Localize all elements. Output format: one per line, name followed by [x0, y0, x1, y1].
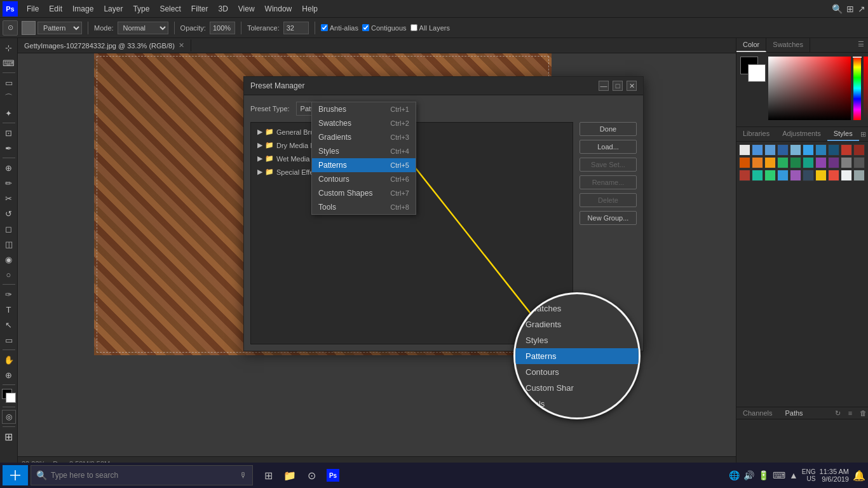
mag-item-tools[interactable]: Tools — [515, 396, 639, 412]
mag-item-custom-shapes[interactable]: Custom Shar — [515, 380, 639, 396]
rectangular-marquee-tool[interactable]: ▭ — [2, 76, 16, 90]
mag-item-patterns[interactable]: Patterns — [515, 348, 639, 364]
screen-mode-tool[interactable]: ⊞ — [2, 430, 16, 444]
menu-help[interactable]: Help — [297, 3, 323, 15]
crop-tool[interactable]: ⊡ — [2, 126, 16, 140]
pattern-dropdown[interactable]: Pattern — [37, 22, 82, 34]
paths-delete-icon[interactable]: 🗑 — [858, 408, 868, 418]
mode-dropdown[interactable]: Normal — [118, 22, 168, 34]
menu-type[interactable]: Type — [128, 3, 154, 15]
dropdown-item-brushes[interactable]: Brushes Ctrl+1 — [312, 102, 416, 116]
menu-image[interactable]: Image — [67, 3, 98, 15]
taskbar-keyboard-icon[interactable]: ⌨ — [773, 470, 785, 480]
opacity-input[interactable] — [210, 22, 235, 34]
paths-list-icon[interactable]: ≡ — [845, 408, 855, 418]
style-swatch[interactable] — [764, 170, 776, 181]
blur-tool[interactable]: ◉ — [2, 252, 16, 266]
libraries-tab[interactable]: Libraries — [736, 127, 776, 141]
pen-tool[interactable]: ✑ — [2, 287, 16, 301]
dodge-tool[interactable]: ○ — [2, 268, 16, 281]
dropdown-item-contours[interactable]: Contours Ctrl+6 — [312, 172, 416, 186]
menu-view[interactable]: View — [233, 3, 260, 15]
dropdown-item-custom-shapes[interactable]: Custom Shapes Ctrl+7 — [312, 186, 416, 200]
healing-brush-tool[interactable]: ⊕ — [2, 161, 16, 175]
menu-3d[interactable]: 3D — [213, 3, 233, 15]
tool-options-icon[interactable]: ⊙ — [3, 20, 18, 36]
menu-layer[interactable]: Layer — [98, 3, 128, 15]
style-swatch[interactable] — [790, 157, 801, 168]
style-swatch[interactable] — [815, 144, 827, 156]
channels-tab[interactable]: Channels — [736, 407, 778, 419]
path-selection-tool[interactable]: ↖ — [2, 318, 16, 332]
adjustments-tab[interactable]: Adjustments — [776, 127, 827, 141]
color-picker-gradient[interactable] — [768, 57, 851, 120]
zoom-tool[interactable]: ⊕ — [2, 368, 16, 382]
dialog-maximize-button[interactable]: □ — [613, 81, 623, 91]
shape-tool[interactable]: ▭ — [2, 333, 16, 347]
hue-slider[interactable] — [853, 57, 861, 120]
quick-mask-tool[interactable]: ◎ — [2, 410, 16, 424]
dialog-minimize-button[interactable]: — — [599, 81, 609, 91]
dialog-close-button[interactable]: ✕ — [627, 81, 637, 91]
style-swatch[interactable] — [790, 144, 801, 156]
swatches-tab[interactable]: Swatches — [766, 38, 810, 52]
clone-stamp-tool[interactable]: ✂ — [2, 191, 16, 205]
contiguous-checkbox[interactable] — [362, 24, 369, 31]
share-icon[interactable]: ↗ — [858, 4, 865, 14]
delete-button[interactable]: Delete — [580, 193, 637, 207]
style-swatch[interactable] — [777, 144, 789, 156]
history-brush-tool[interactable]: ↺ — [2, 207, 16, 220]
styles-tab[interactable]: Styles — [827, 127, 859, 141]
brush-tool[interactable]: ✏ — [2, 176, 16, 190]
eyedropper-tool[interactable]: ✒ — [2, 141, 16, 155]
mag-item-gradients[interactable]: Gradients — [515, 316, 639, 332]
style-swatch[interactable] — [739, 170, 750, 181]
style-swatch[interactable] — [764, 157, 776, 168]
style-swatch[interactable] — [828, 144, 839, 156]
lasso-tool[interactable]: ⌒ — [2, 91, 16, 105]
style-swatch[interactable] — [841, 170, 852, 181]
background-swatch[interactable] — [748, 64, 766, 82]
style-swatch[interactable] — [853, 170, 865, 181]
taskbar-battery-icon[interactable]: 🔋 — [758, 470, 769, 480]
style-swatch[interactable] — [828, 170, 839, 181]
style-swatch[interactable] — [828, 157, 839, 168]
alpha-slider[interactable] — [864, 57, 868, 120]
canvas-close-button[interactable]: ✕ — [179, 41, 184, 50]
paths-refresh-icon[interactable]: ↻ — [832, 408, 843, 418]
color-tab[interactable]: Color — [736, 38, 766, 52]
panel-grid-icon[interactable]: ⊞ — [859, 130, 868, 139]
style-swatch[interactable] — [739, 144, 750, 156]
all-layers-checkbox[interactable] — [410, 24, 417, 31]
rename-button[interactable]: Rename... — [580, 175, 637, 189]
artboard-tool[interactable]: ⌨ — [2, 56, 16, 70]
dropdown-item-styles[interactable]: Styles Ctrl+4 — [312, 144, 416, 158]
taskbar-network-icon[interactable]: 🌐 — [729, 470, 740, 480]
anti-alias-checkbox[interactable] — [321, 24, 328, 31]
menu-file[interactable]: File — [22, 3, 44, 15]
tolerance-input[interactable] — [283, 22, 309, 34]
menu-select[interactable]: Select — [154, 3, 186, 15]
style-swatch[interactable] — [803, 170, 814, 181]
style-swatch[interactable] — [815, 157, 827, 168]
search-icon[interactable]: 🔍 — [832, 4, 843, 14]
taskbar-volume-icon[interactable]: 🔊 — [743, 470, 754, 480]
arrange-icon[interactable]: ⊞ — [846, 4, 854, 14]
save-set-button[interactable]: Save Set... — [580, 158, 637, 172]
menu-edit[interactable]: Edit — [44, 3, 67, 15]
style-swatch[interactable] — [841, 144, 852, 156]
style-swatch[interactable] — [815, 170, 827, 181]
taskbar-up-arrow-icon[interactable]: ▲ — [789, 470, 798, 480]
load-button[interactable]: Load... — [580, 140, 637, 154]
style-swatch[interactable] — [752, 144, 763, 156]
photoshop-icon[interactable]: Ps — [323, 465, 343, 485]
style-swatch[interactable] — [764, 144, 776, 156]
chrome-icon[interactable]: ⊙ — [301, 465, 322, 485]
style-swatch[interactable] — [777, 157, 789, 168]
start-button[interactable] — [3, 465, 28, 485]
pattern-swatch[interactable] — [22, 21, 36, 35]
done-button[interactable]: Done — [580, 122, 637, 136]
eraser-tool[interactable]: ◻ — [2, 222, 16, 236]
dropdown-item-patterns[interactable]: Patterns Ctrl+5 — [312, 158, 416, 172]
type-tool[interactable]: T — [2, 302, 16, 316]
